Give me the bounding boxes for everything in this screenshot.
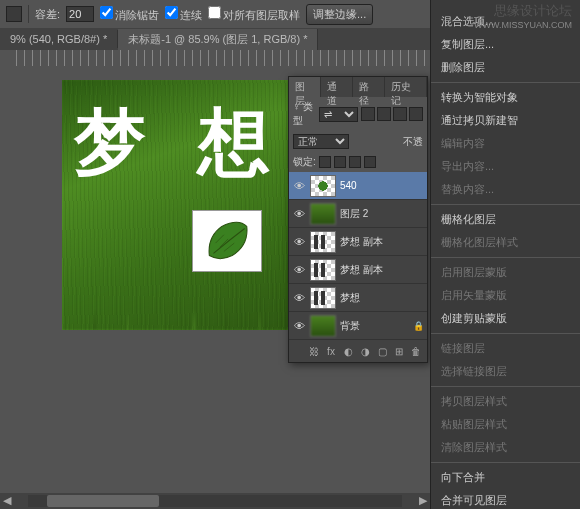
refine-edge-button[interactable]: 调整边缘... [306,4,373,25]
menu-item: 启用矢量蒙版 [431,284,580,307]
layer-name: 背景 [340,319,409,333]
layer-thumb [310,259,336,281]
layers-list: 👁540👁图层 2👁梦想 副本👁梦想 副本👁梦想👁背景🔒 [289,172,427,340]
menu-item[interactable]: 向下合并 [431,466,580,489]
layer-item[interactable]: 👁梦想 [289,284,427,312]
contiguous-checkbox[interactable]: 连续 [165,6,202,23]
eye-icon[interactable]: 👁 [292,263,306,277]
blend-mode-select[interactable]: 正常 [293,134,349,149]
scrollbar-thumb[interactable] [47,495,159,507]
eye-icon[interactable]: 👁 [292,291,306,305]
scroll-left-icon[interactable]: ◀ [0,494,14,508]
eye-icon[interactable]: 👁 [292,235,306,249]
scrollbar-horizontal[interactable]: ◀ ▶ [0,493,430,509]
menu-item: 链接图层 [431,337,580,360]
layer-name: 梦想 副本 [340,235,424,249]
tab-channels[interactable]: 通道 [321,77,353,97]
layer-thumb [310,203,336,225]
context-menu: 混合选项...复制图层...删除图层转换为智能对象通过拷贝新建智编辑内容导出内容… [430,0,580,509]
tab-paths[interactable]: 路径 [353,77,385,97]
lock-transparency-icon[interactable] [319,156,331,168]
lock-icon: 🔒 [413,321,424,331]
filter-icon[interactable] [409,107,423,121]
layer-name: 540 [340,180,424,191]
menu-item[interactable]: 删除图层 [431,56,580,79]
menu-item[interactable]: 合并可见图层 [431,489,580,509]
menu-item: 清除图层样式 [431,436,580,459]
watermark-cn: 思缘设计论坛 [474,2,572,20]
menu-item: 栅格化图层样式 [431,231,580,254]
tab-doc1[interactable]: 9% (540, RGB/8#) * [0,30,118,48]
leaf-image[interactable] [192,210,262,272]
layer-name: 图层 2 [340,207,424,221]
scroll-right-icon[interactable]: ▶ [416,494,430,508]
filter-icon[interactable] [393,107,407,121]
menu-item[interactable]: 转换为智能对象 [431,86,580,109]
menu-item: 启用图层蒙版 [431,261,580,284]
eye-icon[interactable]: 👁 [292,319,306,333]
layer-item[interactable]: 👁梦想 副本 [289,228,427,256]
lock-position-icon[interactable] [349,156,361,168]
all-layers-checkbox[interactable]: 对所有图层取样 [208,6,300,23]
mask-icon[interactable]: ◐ [341,344,355,358]
leaf-icon [201,218,253,264]
filter-icon[interactable] [361,107,375,121]
layer-thumb [310,175,336,197]
watermark: 思缘设计论坛 WWW.MISSYUAN.COM [474,2,572,30]
tab-doc2[interactable]: 未标题-1 @ 85.9% (图层 1, RGB/8) * [118,29,318,50]
antialias-checkbox[interactable]: 消除锯齿 [100,6,159,23]
menu-item[interactable]: 栅格化图层 [431,208,580,231]
menu-item: 编辑内容 [431,132,580,155]
filter-icon[interactable] [377,107,391,121]
ruler-vertical[interactable] [0,66,16,489]
layer-item[interactable]: 👁540 [289,172,427,200]
tab-layers[interactable]: 图层 [289,77,321,97]
layer-item[interactable]: 👁梦想 副本 [289,256,427,284]
tolerance-label: 容差: [35,7,60,22]
new-layer-icon[interactable]: ⊞ [392,344,406,358]
layers-footer: ⛓ fx ◐ ◑ ▢ ⊞ 🗑 [289,340,427,362]
opacity-label: 不透 [403,135,423,149]
menu-item: 替换内容... [431,178,580,201]
tab-history[interactable]: 历史记 [385,77,427,97]
menu-item[interactable]: 创建剪贴蒙版 [431,307,580,330]
layer-name: 梦想 [340,291,424,305]
link-icon[interactable]: ⛓ [307,344,321,358]
filter-select[interactable]: ⇌ [319,107,358,122]
layer-name: 梦想 副本 [340,263,424,277]
menu-item: 粘贴图层样式 [431,413,580,436]
layer-thumb [310,287,336,309]
menu-item[interactable]: 通过拷贝新建智 [431,109,580,132]
menu-item: 拷贝图层样式 [431,390,580,413]
panel-tabs: 图层 通道 路径 历史记 [289,77,427,97]
layers-panel: 图层 通道 路径 历史记 ♀ 类型 ⇌ 正常 不透 锁定: 👁540👁图层 2👁… [288,76,428,363]
menu-item: 导出内容... [431,155,580,178]
lock-label: 锁定: [293,155,316,169]
adjustment-icon[interactable]: ◑ [358,344,372,358]
group-icon[interactable]: ▢ [375,344,389,358]
layer-thumb [310,315,336,337]
watermark-en: WWW.MISSYUAN.COM [474,20,572,30]
sample-point-icon[interactable] [6,6,22,22]
eye-icon[interactable]: 👁 [292,179,306,193]
lock-all-icon[interactable] [364,156,376,168]
menu-item: 选择链接图层 [431,360,580,383]
tolerance-input[interactable] [66,6,94,22]
menu-item[interactable]: 复制图层... [431,33,580,56]
layer-item[interactable]: 👁图层 2 [289,200,427,228]
trash-icon[interactable]: 🗑 [409,344,423,358]
eye-icon[interactable]: 👁 [292,207,306,221]
filter-kind[interactable]: ♀ 类型 [293,100,316,128]
layer-item[interactable]: 👁背景🔒 [289,312,427,340]
layer-thumb [310,231,336,253]
lock-pixels-icon[interactable] [334,156,346,168]
fx-icon[interactable]: fx [324,344,338,358]
